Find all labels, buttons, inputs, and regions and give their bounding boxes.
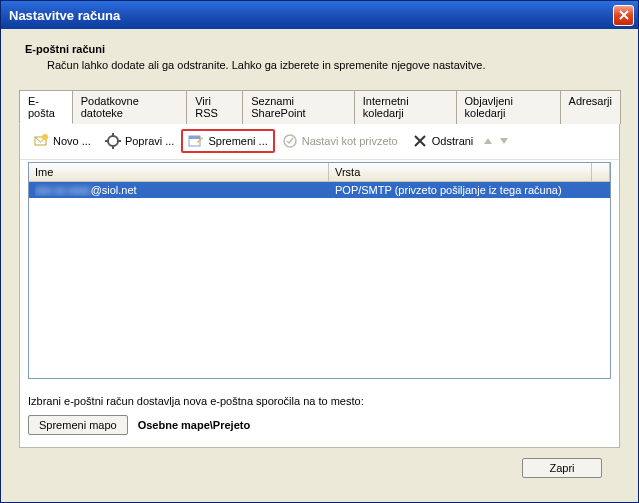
svg-rect-6: [117, 140, 121, 142]
tab-email[interactable]: E-pošta: [19, 90, 73, 124]
account-type-cell: POP/SMTP (privzeto pošiljanje iz tega ra…: [335, 184, 604, 196]
check-icon: [282, 133, 298, 149]
account-list: Ime Vrsta xxx xx xxxx@siol.net POP/SMTP …: [28, 162, 611, 379]
svg-rect-5: [105, 140, 109, 142]
move-down-button: [496, 133, 512, 149]
repair-label: Popravi ...: [125, 135, 175, 147]
account-name-suffix: @siol.net: [91, 184, 137, 196]
col-header-name[interactable]: Ime: [29, 163, 329, 181]
account-row[interactable]: xxx xx xxxx@siol.net POP/SMTP (privzeto …: [29, 182, 610, 198]
tab-published-calendars[interactable]: Objavljeni koledarji: [456, 90, 561, 124]
list-header: Ime Vrsta: [29, 163, 610, 182]
footer: Zapri: [19, 448, 620, 492]
col-header-type[interactable]: Vrsta: [329, 163, 592, 181]
tab-data-files[interactable]: Podatkovne datoteke: [72, 90, 187, 124]
tab-rss[interactable]: Viri RSS: [186, 90, 243, 124]
delivery-label: Izbrani e-poštni račun dostavlja nova e-…: [28, 395, 611, 407]
new-button[interactable]: Novo ...: [26, 129, 98, 153]
tab-address-books[interactable]: Adresarji: [560, 90, 621, 124]
remove-button[interactable]: Odstrani: [405, 129, 481, 153]
remove-icon: [412, 133, 428, 149]
dialog-body: E-poštni računi Račun lahko dodate ali g…: [1, 29, 638, 502]
close-button[interactable]: Zapri: [522, 458, 602, 478]
change-icon: [188, 133, 204, 149]
list-body: xxx xx xxxx@siol.net POP/SMTP (privzeto …: [29, 182, 610, 378]
svg-point-2: [108, 136, 118, 146]
set-default-button: Nastavi kot privzeto: [275, 129, 405, 153]
new-label: Novo ...: [53, 135, 91, 147]
move-up-button: [480, 133, 496, 149]
svg-point-1: [42, 134, 48, 140]
set-default-label: Nastavi kot privzeto: [302, 135, 398, 147]
repair-button[interactable]: Popravi ...: [98, 129, 182, 153]
tab-panel: Novo ... Popravi ... Spremeni ...: [19, 123, 620, 448]
svg-rect-3: [112, 133, 114, 137]
delivery-path: Osebne mape\Prejeto: [138, 419, 251, 431]
tab-strip: E-pošta Podatkovne datoteke Viri RSS Sez…: [19, 89, 620, 123]
window-title: Nastavitve računa: [9, 8, 613, 23]
account-settings-window: Nastavitve računa E-poštni računi Račun …: [0, 0, 639, 503]
page-heading: E-poštni računi: [19, 43, 620, 55]
delivery-area: Izbrani e-poštni račun dostavlja nova e-…: [20, 387, 619, 447]
tab-internet-calendars[interactable]: Internetni koledarji: [354, 90, 457, 124]
change-folder-button[interactable]: Spremeni mapo: [28, 415, 128, 435]
change-label: Spremeni ...: [208, 135, 267, 147]
titlebar: Nastavitve računa: [1, 1, 638, 29]
toolbar: Novo ... Popravi ... Spremeni ...: [20, 123, 619, 160]
close-icon[interactable]: [613, 5, 634, 26]
svg-rect-8: [189, 136, 200, 139]
tab-sharepoint[interactable]: Seznami SharePoint: [242, 90, 355, 124]
remove-label: Odstrani: [432, 135, 474, 147]
new-icon: [33, 133, 49, 149]
account-name-cell: xxx xx xxxx@siol.net: [35, 184, 335, 196]
page-subheading: Račun lahko dodate ali ga odstranite. La…: [19, 59, 620, 71]
svg-rect-4: [112, 145, 114, 149]
account-name-obscured: xxx xx xxxx: [35, 184, 91, 196]
col-header-end: [592, 163, 610, 181]
change-button[interactable]: Spremeni ...: [181, 129, 274, 153]
repair-icon: [105, 133, 121, 149]
